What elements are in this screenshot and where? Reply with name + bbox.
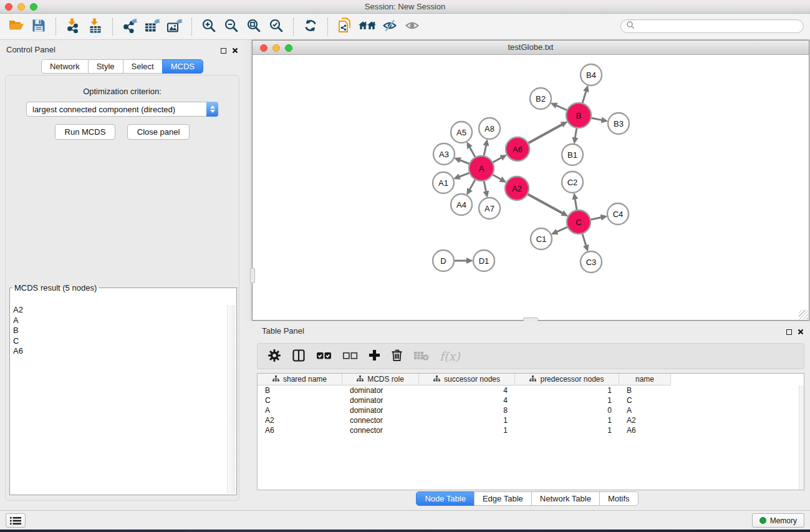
graph-node-D1[interactable]: D1	[473, 250, 494, 271]
export-image-button[interactable]	[163, 16, 186, 37]
graph-edge-A-A7[interactable]	[484, 181, 486, 192]
graph-edge-C-C4[interactable]	[591, 217, 602, 220]
tab-edge-table[interactable]: Edge Table	[474, 491, 532, 506]
gear-button[interactable]	[268, 349, 281, 364]
graph-edge-A6-B[interactable]	[529, 124, 562, 143]
tab-network[interactable]: Network	[41, 59, 89, 74]
graph-edge-A-A5[interactable]	[470, 147, 475, 157]
graph-node-B1[interactable]: B1	[562, 144, 583, 165]
export-network-button[interactable]	[118, 16, 141, 37]
graph-node-A3[interactable]: A3	[433, 143, 455, 165]
save-session-button[interactable]	[27, 16, 50, 37]
graph-edge-C-C3[interactable]	[582, 234, 586, 246]
network-graph[interactable]: B4B2BB3A8A5A6A3B1AC2A1A2A4A7C4CC1C3DD1	[253, 55, 809, 320]
graph-node-A7[interactable]: A7	[479, 198, 500, 219]
open-session-button[interactable]	[5, 16, 27, 37]
graph-node-A8[interactable]: A8	[479, 118, 500, 139]
criterion-dropdown[interactable]: largest connected component (directed)	[26, 102, 218, 117]
float-panel-icon[interactable]	[221, 48, 226, 54]
graph-edge-B-B4[interactable]	[582, 91, 586, 103]
table-row[interactable]: A6connector11A6	[258, 425, 804, 435]
graph-node-B3[interactable]: B3	[608, 113, 629, 134]
columns-button[interactable]	[292, 349, 306, 364]
graph-node-A4[interactable]: A4	[451, 194, 472, 215]
deselect-all-button[interactable]	[342, 351, 358, 362]
run-mcds-button[interactable]: Run MCDS	[55, 124, 116, 140]
zoom-out-button[interactable]	[220, 16, 243, 37]
table-row[interactable]: Bdominator41B	[258, 385, 804, 395]
network-canvas[interactable]: B4B2BB3A8A5A6A3B1AC2A1A2A4A7C4CC1C3DD1	[253, 55, 809, 320]
graph-edge-A-A6[interactable]	[493, 158, 502, 162]
delete-button[interactable]	[391, 349, 403, 364]
west-panel-grip[interactable]	[250, 268, 255, 283]
import-network-button[interactable]	[62, 16, 84, 37]
graph-node-C2[interactable]: C2	[562, 172, 583, 193]
show-all-button[interactable]	[401, 16, 423, 37]
graph-node-A1[interactable]: A1	[433, 172, 454, 193]
zoom-in-button[interactable]	[198, 16, 220, 37]
import-table-button[interactable]	[84, 16, 107, 37]
tab-node-table[interactable]: Node Table	[416, 491, 475, 506]
result-item[interactable]: B	[11, 326, 226, 336]
result-item[interactable]: C	[11, 336, 226, 347]
export-table-button[interactable]	[141, 16, 163, 37]
column-header-MCDS-role[interactable]: MCDS role	[342, 374, 419, 385]
new-network-from-selection-button[interactable]	[334, 16, 356, 37]
refresh-button[interactable]	[299, 16, 322, 37]
graph-edge-A-A4[interactable]	[470, 180, 475, 190]
table-scrollbar[interactable]	[799, 385, 804, 490]
graph-edge-C-C2[interactable]	[575, 199, 577, 210]
graph-edge-A2-C[interactable]	[528, 195, 563, 214]
graph-node-A[interactable]: A	[469, 156, 494, 181]
close-table-panel-icon[interactable]	[798, 326, 804, 337]
graph-node-A5[interactable]: A5	[451, 122, 472, 143]
graph-edge-A-A8[interactable]	[484, 145, 486, 155]
close-panel-button[interactable]: Close panel	[127, 124, 190, 140]
first-neighbors-button[interactable]	[356, 16, 378, 37]
window-resize-grip[interactable]	[799, 310, 808, 319]
zoom-network-window-button[interactable]	[285, 44, 292, 52]
zoom-fit-button[interactable]	[243, 16, 265, 37]
apply-function-button[interactable]: f(x)	[440, 349, 460, 363]
graph-node-A6[interactable]: A6	[506, 137, 529, 161]
select-all-button[interactable]	[316, 351, 332, 362]
zoom-selected-button[interactable]	[265, 16, 287, 37]
table-row[interactable]: Adominator80A	[258, 405, 804, 415]
graph-edge-B-B3[interactable]	[592, 118, 602, 120]
column-header-successor-nodes[interactable]: successor nodes	[419, 374, 515, 385]
graph-node-C3[interactable]: C3	[581, 251, 602, 273]
graph-node-B[interactable]: B	[566, 103, 591, 128]
search-box[interactable]	[620, 19, 804, 33]
graph-node-B2[interactable]: B2	[530, 88, 551, 109]
hide-selected-button[interactable]	[378, 16, 401, 37]
graph-node-A2[interactable]: A2	[505, 177, 529, 200]
column-header-shared-name[interactable]: shared name	[258, 374, 342, 385]
graph-edge-A-A3[interactable]	[460, 160, 469, 164]
tab-mcds[interactable]: MCDS	[162, 59, 203, 74]
table-row[interactable]: Cdominator41C	[258, 395, 804, 405]
add-button[interactable]	[369, 349, 380, 363]
graph-node-B4[interactable]: B4	[581, 64, 602, 85]
graph-edge-B-B1[interactable]	[575, 128, 576, 138]
tab-style[interactable]: Style	[88, 59, 123, 74]
zoom-window-button[interactable]	[30, 3, 37, 11]
graph-edge-C-C1[interactable]	[557, 227, 567, 232]
close-panel-icon[interactable]	[232, 45, 238, 56]
graph-edge-B-B2[interactable]	[556, 105, 567, 110]
close-window-button[interactable]	[5, 3, 12, 11]
result-item[interactable]: A6	[11, 346, 226, 357]
graph-node-C4[interactable]: C4	[607, 203, 629, 225]
tab-network-table[interactable]: Network Table	[531, 491, 600, 506]
graph-node-C[interactable]: C	[567, 210, 591, 234]
column-header-name[interactable]: name	[619, 374, 671, 385]
graph-edge-A-A2[interactable]	[493, 175, 501, 180]
float-table-panel-icon[interactable]	[786, 329, 792, 335]
result-scrollbar[interactable]	[227, 305, 235, 493]
show-panels-menu-button[interactable]	[6, 513, 26, 528]
graph-node-D[interactable]: D	[433, 250, 454, 271]
minimize-window-button[interactable]	[17, 3, 25, 11]
column-header-predecessor-nodes[interactable]: predecessor nodes	[515, 374, 619, 385]
search-input[interactable]	[635, 21, 803, 32]
graph-edge-A-A1[interactable]	[459, 173, 469, 177]
tab-motifs[interactable]: Motifs	[599, 491, 639, 506]
